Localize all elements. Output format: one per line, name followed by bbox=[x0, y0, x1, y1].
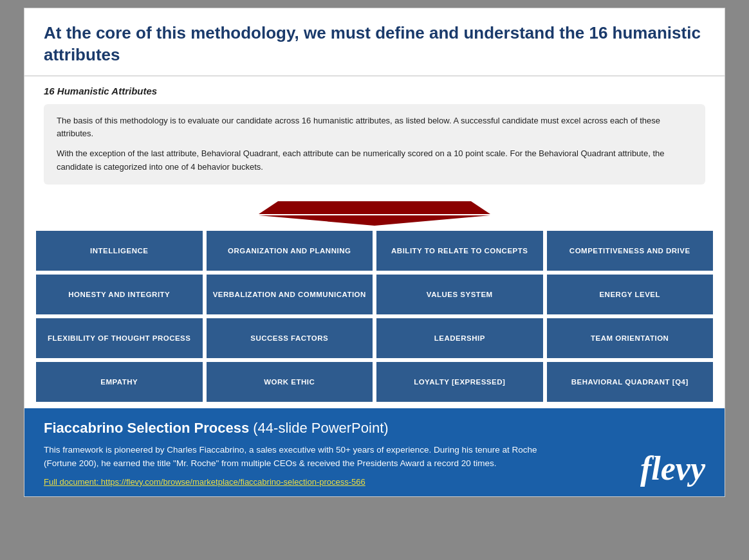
info-box: The basis of this methodology is to eval… bbox=[44, 104, 705, 185]
grid-section: INTELLIGENCEORGANIZATION AND PLANNINGABI… bbox=[24, 231, 725, 408]
footer-title: Fiaccabrino Selection Process (44-slide … bbox=[44, 420, 705, 437]
attribute-cell-10: LEADERSHIP bbox=[376, 318, 543, 358]
footer-text-area: This framework is pioneered by Charles F… bbox=[44, 443, 627, 487]
info-paragraph-2: With the exception of the last attribute… bbox=[57, 147, 692, 174]
attribute-cell-2: ABILITY TO RELATE TO CONCEPTS bbox=[376, 231, 543, 271]
attribute-cell-4: HONESTY AND INTEGRITY bbox=[36, 275, 203, 314]
funnel-icon bbox=[239, 199, 510, 227]
header-section: At the core of this methodology, we must… bbox=[24, 8, 725, 77]
attribute-cell-8: FLEXIBILITY OF THOUGHT PROCESS bbox=[36, 318, 203, 358]
attribute-cell-13: WORK ETHIC bbox=[207, 362, 373, 402]
subtitle: 16 Humanistic Attributes bbox=[44, 86, 705, 96]
attribute-cell-9: SUCCESS FACTORS bbox=[207, 318, 373, 358]
footer-body: This framework is pioneered by Charles F… bbox=[44, 443, 705, 487]
main-title: At the core of this methodology, we must… bbox=[44, 23, 705, 66]
footer-title-normal: (44-slide PowerPoint) bbox=[249, 420, 388, 436]
attribute-cell-1: ORGANIZATION AND PLANNING bbox=[207, 231, 373, 271]
svg-marker-0 bbox=[259, 201, 490, 214]
footer-title-bold: Fiaccabrino Selection Process bbox=[44, 420, 249, 436]
main-container: At the core of this methodology, we must… bbox=[24, 8, 725, 497]
attributes-grid: INTELLIGENCEORGANIZATION AND PLANNINGABI… bbox=[36, 231, 713, 402]
attribute-cell-15: BEHAVIORAL QUADRANT [Q4] bbox=[547, 362, 714, 402]
attribute-cell-5: VERBALIZATION AND COMMUNICATION bbox=[207, 275, 373, 314]
attribute-cell-14: LOYALTY [EXPRESSED] bbox=[376, 362, 543, 402]
footer-description: This framework is pioneered by Charles F… bbox=[44, 443, 559, 471]
attribute-cell-6: VALUES SYSTEM bbox=[376, 275, 543, 314]
footer-link[interactable]: Full document: https://flevy.com/browse/… bbox=[44, 477, 365, 487]
footer-section: Fiaccabrino Selection Process (44-slide … bbox=[24, 408, 725, 496]
info-paragraph-1: The basis of this methodology is to eval… bbox=[57, 114, 692, 141]
attribute-cell-11: TEAM ORIENTATION bbox=[547, 318, 714, 358]
funnel-area bbox=[24, 197, 725, 228]
attribute-cell-3: COMPETITIVENESS AND DRIVE bbox=[547, 231, 714, 271]
subtitle-section: 16 Humanistic Attributes The basis of th… bbox=[24, 77, 725, 197]
svg-marker-1 bbox=[259, 215, 490, 226]
attribute-cell-12: EMPATHY bbox=[36, 362, 203, 402]
attribute-cell-7: ENERGY LEVEL bbox=[547, 275, 714, 314]
attribute-cell-0: INTELLIGENCE bbox=[36, 231, 203, 271]
flevy-logo: flevy bbox=[640, 449, 705, 487]
